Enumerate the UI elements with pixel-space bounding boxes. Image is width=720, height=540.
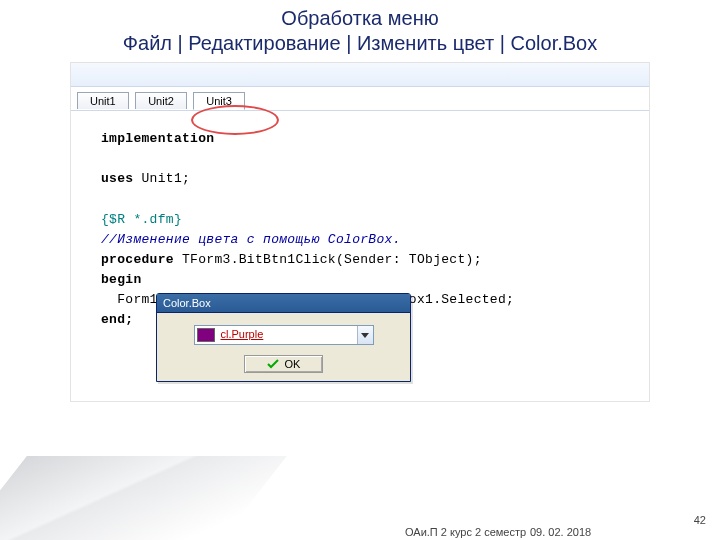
colorbox-dialog: Color.Box cl.Purple OK <box>156 293 411 382</box>
dialog-title: Color.Box <box>157 294 410 313</box>
code-comment: ////Изменение цвета с помощью ColorBox.И… <box>101 232 401 247</box>
kw-procedure: procedure <box>101 252 174 267</box>
combo-dropdown-button[interactable] <box>357 326 373 344</box>
kw-begin: begin <box>101 272 142 287</box>
slide-decor <box>0 456 287 540</box>
chevron-down-icon <box>361 333 369 338</box>
compiler-directive: {$R *.dfm} <box>101 212 182 227</box>
color-combobox[interactable]: cl.Purple <box>194 325 374 345</box>
title-line2: Файл | Редактирование | Изменить цвет | … <box>70 31 650 56</box>
footer-date: 09. 02. 2018 <box>530 526 591 538</box>
ide-tabs: Unit1 Unit2 Unit3 <box>71 87 649 111</box>
color-value: cl.Purple <box>217 326 357 344</box>
ide-toolbar <box>71 63 649 87</box>
tab-unit2[interactable]: Unit2 <box>135 92 187 109</box>
uses-units: Unit1; <box>133 171 190 186</box>
title-line1: Обработка меню <box>70 6 650 31</box>
dialog-body: cl.Purple OK <box>157 313 410 381</box>
page-number: 42 <box>694 514 706 526</box>
color-swatch <box>197 328 215 342</box>
slide-title: Обработка меню Файл | Редактирование | И… <box>70 6 650 56</box>
kw-implementation: implementation <box>101 131 214 146</box>
footer-course: ОАи.П 2 курс 2 семестр <box>405 526 526 538</box>
ide-screenshot: Unit1 Unit2 Unit3 implementation uses Un… <box>70 62 650 402</box>
kw-uses: uses <box>101 171 133 186</box>
check-icon <box>267 359 279 369</box>
ok-button[interactable]: OK <box>244 355 324 373</box>
tab-unit1[interactable]: Unit1 <box>77 92 129 109</box>
ok-label: OK <box>285 358 301 370</box>
kw-end: end; <box>101 312 133 327</box>
highlight-circle <box>191 105 279 135</box>
proc-signature: TForm3.BitBtn1Click(Sender: TObject); <box>174 252 482 267</box>
